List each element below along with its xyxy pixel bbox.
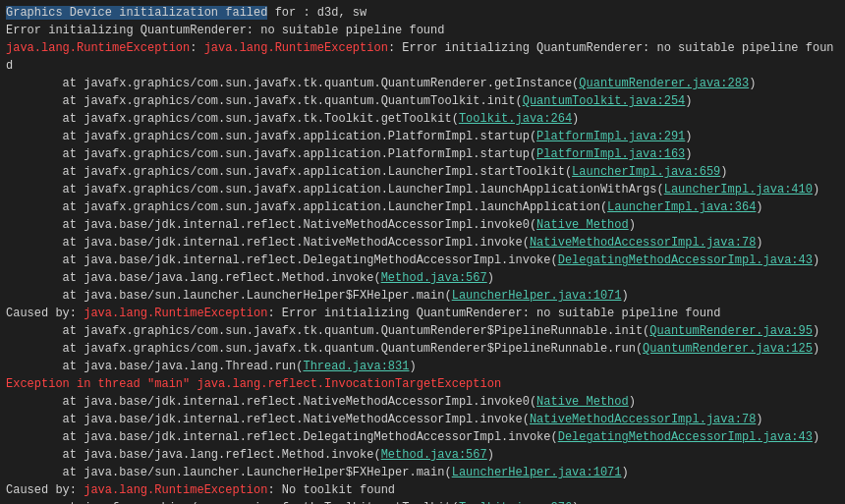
console-line: at javafx.graphics/com.sun.javafx.tk.qua…: [6, 340, 839, 358]
console-line: at java.base/sun.launcher.LauncherHelper…: [6, 464, 839, 481]
console-line: at java.base/jdk.internal.reflect.Native…: [6, 216, 839, 234]
console-line: Error initializing QuantumRenderer: no s…: [6, 22, 839, 39]
console-line: at javafx.graphics/com.sun.javafx.applic…: [6, 128, 839, 145]
console-line: at java.base/java.lang.reflect.Method.in…: [6, 446, 839, 464]
console-line: at javafx.graphics/com.sun.javafx.tk.Too…: [6, 110, 839, 128]
console-line: at java.base/java.lang.reflect.Method.in…: [6, 269, 839, 287]
console-line: at javafx.graphics/com.sun.javafx.tk.qua…: [6, 92, 839, 110]
console-line: at javafx.graphics/com.sun.javafx.applic…: [6, 145, 839, 163]
console-line: at javafx.graphics/com.sun.javafx.tk.Too…: [6, 499, 839, 504]
console-line: Exception in thread "main" java.lang.ref…: [6, 375, 839, 393]
console-line: at javafx.graphics/com.sun.javafx.applic…: [6, 181, 839, 198]
console-line: at javafx.graphics/com.sun.javafx.tk.qua…: [6, 75, 839, 92]
console-output: Graphics Device initialization failed fo…: [0, 0, 845, 504]
console-line: at java.base/sun.launcher.LauncherHelper…: [6, 287, 839, 305]
console-line: at java.base/jdk.internal.reflect.Native…: [6, 411, 839, 428]
console-line: Graphics Device initialization failed fo…: [6, 4, 839, 22]
console-line: at java.base/jdk.internal.reflect.Delega…: [6, 428, 839, 446]
console-line: java.lang.RuntimeException: java.lang.Ru…: [6, 39, 839, 75]
console-line: at java.base/jdk.internal.reflect.Native…: [6, 234, 839, 252]
console-line: at java.base/java.lang.Thread.run(Thread…: [6, 358, 839, 375]
console-line: Caused by: java.lang.RuntimeException: E…: [6, 305, 839, 322]
console-line: at javafx.graphics/com.sun.javafx.applic…: [6, 198, 839, 216]
console-line: at java.base/jdk.internal.reflect.Delega…: [6, 252, 839, 269]
console-line: at javafx.graphics/com.sun.javafx.applic…: [6, 163, 839, 181]
console-line: at javafx.graphics/com.sun.javafx.tk.qua…: [6, 322, 839, 340]
console-line: Caused by: java.lang.RuntimeException: N…: [6, 481, 839, 499]
console-line: at java.base/jdk.internal.reflect.Native…: [6, 393, 839, 411]
